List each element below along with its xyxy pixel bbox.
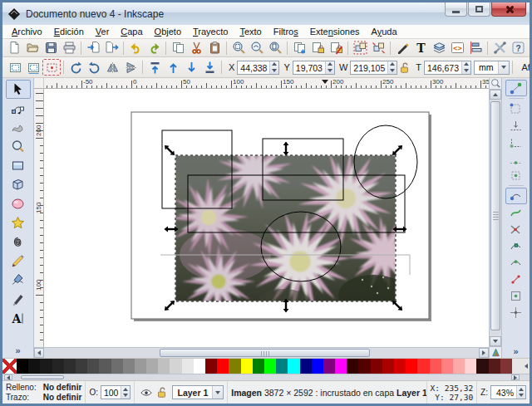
palette-swatch[interactable] (276, 359, 288, 374)
snap-nodes-button[interactable] (505, 188, 527, 204)
layer-visibility-toggle[interactable] (138, 385, 154, 399)
preferences-button[interactable] (490, 40, 509, 56)
palette-swatch[interactable] (476, 359, 488, 374)
horizontal-scroll-thumb[interactable] (160, 349, 370, 357)
palette-swatch[interactable] (87, 359, 99, 374)
palette-swatch[interactable] (229, 359, 240, 374)
menu-objeto[interactable]: Objeto (149, 26, 187, 37)
maximize-button[interactable] (468, 2, 490, 17)
snapbar-overflow[interactable]: » (508, 346, 523, 358)
snap-bbox-edges-button[interactable] (505, 117, 527, 134)
xml-editor-button[interactable]: <> (448, 40, 466, 56)
zoom-selection-button[interactable] (229, 40, 248, 56)
palette-swatch[interactable] (170, 359, 181, 374)
palette-swatch[interactable] (111, 359, 123, 374)
tool-selector-button[interactable] (6, 80, 31, 99)
tool-star-button[interactable] (6, 213, 31, 232)
palette-swatch[interactable] (217, 359, 229, 374)
palette-swatch[interactable] (500, 359, 512, 374)
palette-swatch[interactable] (312, 359, 323, 374)
menu-extensiones[interactable]: Extensiones (304, 26, 366, 37)
spin-down[interactable] (270, 67, 278, 74)
print-button[interactable] (60, 40, 78, 56)
palette-swatch[interactable] (64, 359, 76, 374)
palette-swatch[interactable] (430, 359, 441, 374)
snap-bbox-edge-midpoints-button[interactable] (505, 150, 527, 167)
snap-path-intersections-button[interactable] (505, 221, 527, 237)
layers-button[interactable] (430, 40, 448, 56)
palette-scrollbar[interactable] (2, 374, 530, 380)
zoom-corner-button[interactable] (490, 78, 501, 90)
new-document-button[interactable] (5, 40, 23, 56)
palette-swatch[interactable] (371, 359, 382, 374)
minimize-button[interactable] (445, 2, 467, 17)
palette-swatch[interactable] (253, 359, 264, 374)
vertical-ruler[interactable]: 20015010050 (34, 89, 44, 347)
palette-swatch[interactable] (194, 359, 205, 374)
tool-zoom-button[interactable] (6, 137, 31, 156)
unlink-clone-button[interactable] (327, 40, 345, 56)
rotate-ccw-button[interactable] (66, 59, 85, 76)
palette-swatch[interactable] (99, 359, 111, 374)
tool-pencil-button[interactable] (6, 252, 31, 271)
layer-dropdown-button[interactable] (212, 386, 223, 399)
spin-up[interactable] (462, 61, 470, 68)
paste-button[interactable] (205, 40, 224, 56)
spin-up[interactable] (326, 61, 334, 68)
tool-rectangle-button[interactable] (6, 156, 31, 175)
fill-stroke-button[interactable] (393, 40, 411, 56)
snap-bbox-corners-button[interactable] (505, 134, 527, 150)
palette-swatch[interactable] (146, 359, 158, 374)
select-all-button[interactable] (6, 59, 24, 76)
tool-box-3d-button[interactable] (6, 175, 31, 194)
align-distribute-button[interactable] (466, 40, 485, 56)
raise-to-top-button[interactable] (145, 59, 164, 76)
menu-archivo[interactable]: Archivo (6, 26, 48, 37)
palette-scroll-arrow[interactable] (525, 364, 528, 369)
spin-down[interactable] (326, 67, 334, 74)
menu-capa[interactable]: Capa (115, 26, 148, 37)
import-button[interactable] (84, 40, 102, 56)
scroll-down-button[interactable] (490, 336, 501, 346)
tool-ellipse-button[interactable] (6, 194, 31, 213)
lower-button[interactable] (182, 59, 200, 76)
palette-swatch-none[interactable] (2, 359, 17, 374)
y-coordinate-input[interactable]: 19,703 (293, 61, 335, 75)
palette-swatch[interactable] (347, 359, 358, 374)
scroll-left-button[interactable] (34, 348, 44, 358)
select-all-layers-button[interactable] (24, 59, 42, 76)
menu-texto[interactable]: Texto (234, 26, 267, 37)
input-devices-button[interactable]: ? (509, 40, 527, 56)
palette-swatch[interactable] (453, 359, 465, 374)
palette-scroll-thumb[interactable] (21, 375, 64, 379)
layer-selector[interactable]: Layer 1 (172, 385, 224, 399)
spin-up[interactable] (388, 61, 397, 68)
palette-swatch[interactable] (406, 359, 417, 374)
palette-swatch[interactable] (441, 359, 453, 374)
palette-swatch[interactable] (394, 359, 406, 374)
copy-button[interactable] (169, 40, 187, 56)
canvas[interactable] (44, 89, 489, 347)
text-dialog-button[interactable]: T (411, 40, 430, 56)
palette-swatch[interactable] (28, 359, 40, 374)
snap-rotation-centers-button[interactable] (505, 304, 527, 320)
palette-swatch[interactable] (382, 359, 394, 374)
x-coordinate-input[interactable]: 44,338 (237, 61, 279, 75)
deselect-button[interactable] (42, 59, 61, 76)
scroll-up-button[interactable] (490, 90, 501, 100)
palette-swatch[interactable] (264, 359, 276, 374)
palette-swatch[interactable] (241, 359, 253, 374)
menu-ver[interactable]: Ver (90, 26, 116, 37)
zoom-page-button[interactable] (266, 40, 284, 56)
lock-dimensions-toggle[interactable] (397, 61, 411, 75)
opacity-up[interactable] (121, 386, 130, 393)
tool-pen-button[interactable] (6, 271, 31, 290)
unit-dropdown-button[interactable] (498, 61, 509, 74)
palette-swatch[interactable] (489, 359, 500, 374)
palette-scroll-right[interactable] (511, 374, 520, 380)
flip-vertical-button[interactable] (121, 59, 140, 76)
spin-down[interactable] (462, 67, 470, 74)
open-document-button[interactable] (23, 40, 42, 56)
export-bitmap-button[interactable] (102, 40, 121, 56)
palette-swatch[interactable] (335, 359, 347, 374)
